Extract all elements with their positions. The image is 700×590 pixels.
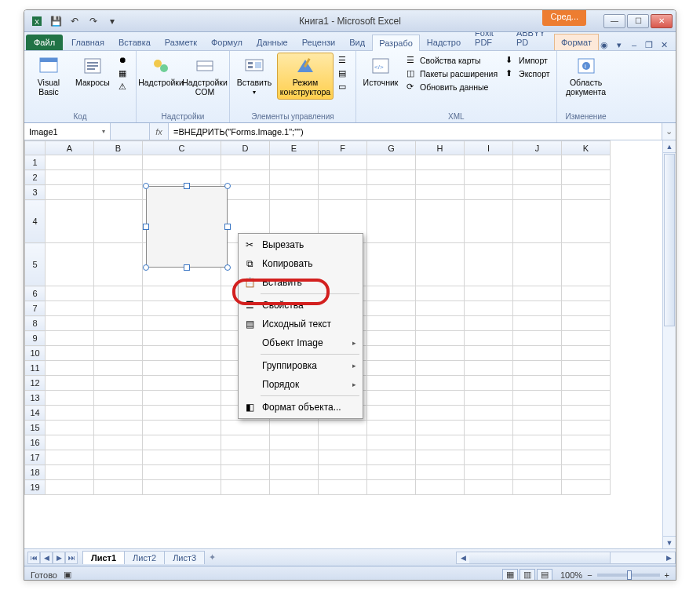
tab-data[interactable]: Данные — [250, 34, 295, 50]
resize-handle-s[interactable] — [184, 264, 190, 271]
cell[interactable] — [562, 316, 611, 331]
ctx-cut[interactable]: ✂Вырезать — [240, 235, 361, 254]
macros-button[interactable]: Макросы — [71, 53, 114, 90]
cell[interactable] — [562, 376, 611, 391]
sheet-tab-2[interactable]: Лист2 — [124, 551, 165, 564]
cell[interactable] — [46, 435, 94, 450]
addins-button[interactable]: Надстройки — [140, 53, 182, 90]
tab-format[interactable]: Формат — [554, 34, 599, 50]
cell[interactable] — [94, 286, 143, 301]
row-header[interactable]: 17 — [25, 450, 46, 465]
cell[interactable] — [221, 450, 270, 465]
prev-sheet-icon[interactable]: ◀ — [40, 552, 53, 564]
cell[interactable] — [562, 435, 611, 450]
ctx-view-source[interactable]: ▤Исходный текст — [240, 315, 361, 333]
cell[interactable] — [513, 243, 562, 286]
vscroll-thumb[interactable] — [664, 154, 675, 326]
visual-basic-button[interactable]: Visual Basic — [27, 53, 70, 100]
cell[interactable] — [465, 480, 513, 495]
tab-review[interactable]: Рецензи — [295, 34, 343, 50]
cell[interactable] — [562, 170, 611, 185]
resize-handle-ne[interactable] — [224, 183, 231, 189]
cell[interactable] — [562, 421, 611, 435]
cell[interactable] — [143, 331, 221, 346]
name-box[interactable]: Image1 ▾ — [24, 123, 111, 140]
tab-layout[interactable]: Разметк — [158, 34, 204, 50]
cell[interactable] — [319, 435, 367, 450]
maximize-button[interactable]: ☐ — [627, 14, 649, 28]
cell[interactable] — [562, 450, 611, 465]
cell[interactable] — [416, 243, 465, 286]
cell[interactable] — [143, 376, 221, 391]
cell[interactable] — [46, 316, 94, 331]
cell[interactable] — [513, 465, 562, 480]
cell[interactable] — [94, 376, 143, 391]
cell[interactable] — [416, 391, 465, 406]
export-button[interactable]: ⬆Экспорт — [504, 67, 551, 80]
cell[interactable] — [221, 465, 270, 480]
name-box-dropdown-icon[interactable]: ▾ — [102, 128, 105, 135]
cell[interactable] — [513, 200, 562, 243]
col-header[interactable]: F — [319, 141, 367, 155]
cell[interactable] — [319, 155, 367, 170]
cell[interactable] — [513, 450, 562, 465]
col-header[interactable]: G — [367, 141, 416, 155]
doc-close-icon[interactable]: ✕ — [658, 39, 669, 50]
ctx-grouping[interactable]: Группировка — [240, 356, 361, 375]
doc-restore-icon[interactable]: ❐ — [643, 39, 654, 50]
cell[interactable] — [562, 361, 611, 376]
row-header[interactable]: 5 — [25, 243, 46, 286]
cell[interactable] — [94, 200, 143, 243]
resize-handle-n[interactable] — [184, 183, 190, 189]
cell[interactable] — [367, 301, 416, 316]
cell[interactable] — [143, 465, 221, 480]
cell[interactable] — [46, 361, 94, 376]
tab-view[interactable]: Вид — [342, 34, 372, 50]
redo-icon[interactable]: ↷ — [86, 13, 101, 29]
row-header[interactable]: 15 — [25, 421, 46, 435]
cell[interactable] — [367, 200, 416, 243]
cell[interactable] — [367, 450, 416, 465]
cell[interactable] — [562, 480, 611, 495]
row-header[interactable]: 3 — [25, 185, 46, 200]
zoom-slider[interactable] — [597, 574, 660, 577]
sheet-tab-1[interactable]: Лист1 — [82, 551, 125, 564]
row-header[interactable]: 19 — [25, 480, 46, 495]
cell[interactable] — [46, 301, 94, 316]
zoom-out-icon[interactable]: − — [587, 570, 592, 580]
cell[interactable] — [513, 361, 562, 376]
view-code-button[interactable]: ▤ — [337, 67, 351, 80]
cell[interactable] — [367, 170, 416, 185]
fx-button[interactable]: fx — [150, 123, 169, 140]
expansion-packs-button[interactable]: ◫Пакеты расширения — [405, 67, 499, 80]
cell[interactable] — [319, 170, 367, 185]
cell[interactable] — [562, 301, 611, 316]
cell[interactable] — [46, 243, 94, 286]
cell[interactable] — [465, 316, 513, 331]
cell[interactable] — [319, 421, 367, 435]
cell[interactable] — [562, 243, 611, 286]
import-button[interactable]: ⬇Импорт — [504, 54, 551, 67]
cell[interactable] — [94, 465, 143, 480]
cell[interactable] — [416, 286, 465, 301]
cell[interactable] — [367, 391, 416, 406]
scroll-up-icon[interactable]: ▲ — [663, 140, 676, 153]
row-header[interactable]: 1 — [25, 155, 46, 170]
cell[interactable] — [367, 421, 416, 435]
cell[interactable] — [513, 435, 562, 450]
image-control[interactable] — [146, 186, 228, 268]
zoom-thumb[interactable] — [627, 570, 632, 580]
cell[interactable] — [319, 450, 367, 465]
cell[interactable] — [416, 316, 465, 331]
tab-home[interactable]: Главная — [64, 34, 111, 50]
row-header[interactable]: 4 — [25, 200, 46, 243]
cell[interactable] — [416, 376, 465, 391]
cell[interactable] — [221, 155, 270, 170]
row-header[interactable]: 16 — [25, 435, 46, 450]
cell[interactable] — [513, 170, 562, 185]
cell[interactable] — [94, 480, 143, 495]
sheet-tab-3[interactable]: Лист3 — [164, 551, 205, 564]
cell[interactable] — [416, 361, 465, 376]
ctx-format-object[interactable]: ◧Формат объекта... — [240, 398, 361, 417]
cell[interactable] — [46, 406, 94, 421]
